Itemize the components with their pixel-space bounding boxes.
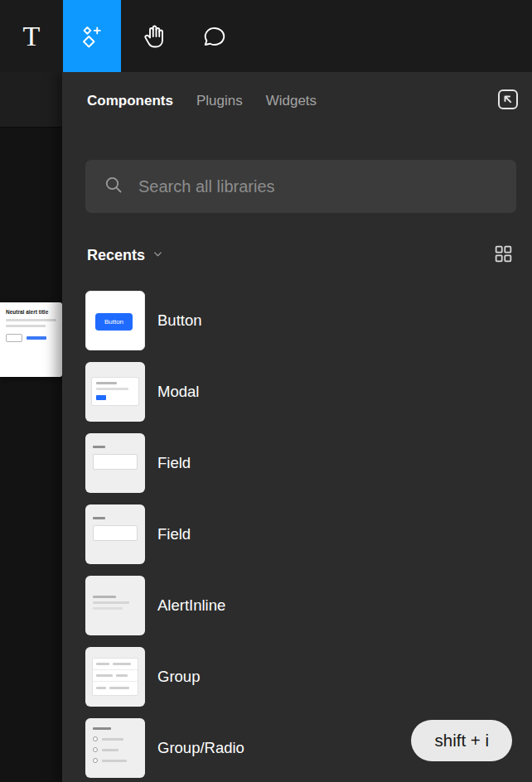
open-panel-button[interactable]	[496, 89, 520, 113]
preview-mini-button	[6, 334, 22, 342]
shortcut-hint-badge: shift + i	[411, 720, 512, 761]
preview-mini-link	[27, 336, 46, 340]
arrow-up-left-box-icon	[496, 87, 520, 115]
preview-text-line	[6, 325, 46, 327]
item-label: AlertInline	[157, 596, 225, 615]
comment-icon	[202, 24, 227, 49]
thumbnail-button: Button	[85, 291, 145, 350]
list-item-field[interactable]: Field	[85, 504, 532, 564]
tab-plugins[interactable]: Plugins	[196, 93, 243, 109]
chevron-down-icon	[152, 248, 163, 263]
item-label: Modal	[157, 383, 199, 401]
thumbnail-field	[85, 433, 145, 493]
canvas-area: Neutral alert title	[0, 72, 62, 782]
item-label: Group	[157, 668, 200, 686]
recents-label: Recents	[87, 247, 145, 264]
canvas-topbar	[0, 72, 62, 128]
list-item-modal[interactable]: Modal	[85, 362, 532, 422]
recents-header: Recents	[87, 244, 514, 266]
thumbnail-group-radio	[85, 718, 145, 778]
recents-section-toggle[interactable]: Recents	[87, 247, 163, 264]
search-bar	[85, 160, 516, 213]
search-input[interactable]	[138, 177, 498, 196]
list-item-alertinline[interactable]: AlertInline	[85, 576, 532, 635]
list-item-group[interactable]: Group	[85, 647, 532, 707]
tab-components[interactable]: Components	[87, 93, 173, 109]
text-tool-icon: T	[23, 21, 41, 52]
figma-assets-screen: T	[0, 0, 532, 782]
list-item-field[interactable]: Field	[85, 433, 532, 493]
mini-button-preview: Button	[95, 313, 133, 331]
recents-list: Button Button Modal	[85, 291, 532, 778]
canvas-component-preview[interactable]: Neutral alert title	[0, 302, 62, 377]
panel-tabs: Components Plugins Widgets	[62, 72, 532, 130]
assets-icon	[80, 24, 104, 49]
thumbnail-modal	[85, 362, 145, 422]
hand-icon	[142, 24, 167, 49]
item-label: Field	[157, 454, 191, 472]
thumbnail-alertinline	[85, 576, 145, 635]
grid-view-icon	[493, 244, 514, 268]
hand-tool-button[interactable]	[121, 0, 187, 72]
thumbnail-field	[85, 504, 145, 564]
text-tool-button[interactable]: T	[0, 0, 63, 72]
assets-tool-button[interactable]	[63, 0, 121, 72]
item-label: Button	[157, 311, 202, 330]
thumbnail-group	[85, 647, 145, 707]
components-panel: Components Plugins Widgets	[62, 72, 532, 782]
grid-view-button[interactable]	[492, 244, 514, 266]
item-label: Field	[157, 525, 191, 543]
comment-tool-button[interactable]	[187, 0, 242, 72]
list-item-button[interactable]: Button Button	[85, 291, 532, 350]
item-label: Group/Radio	[157, 739, 244, 757]
tab-widgets[interactable]: Widgets	[266, 93, 317, 109]
preview-text-line	[6, 319, 56, 321]
toolbar: T	[0, 0, 532, 72]
search-icon	[104, 175, 123, 198]
preview-card-title: Neutral alert title	[6, 309, 56, 316]
